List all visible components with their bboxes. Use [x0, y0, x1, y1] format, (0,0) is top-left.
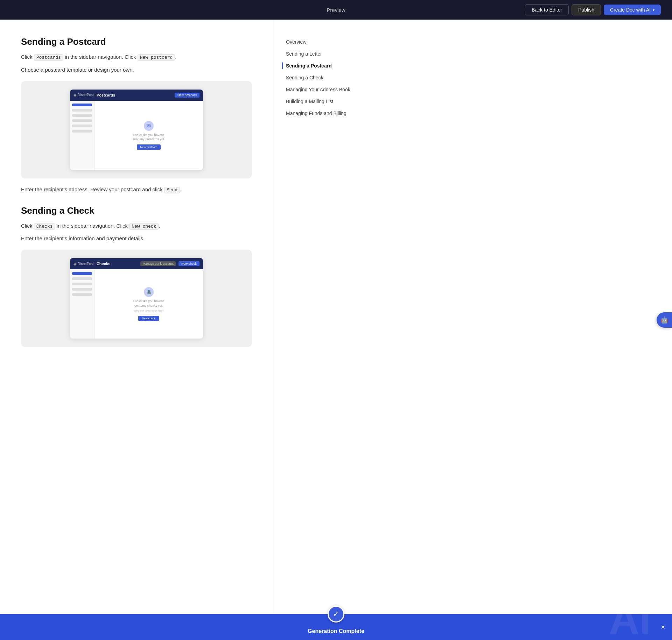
chevron-down-icon: ▾: [653, 8, 654, 12]
create-doc-button[interactable]: Create Doc with AI ▾: [604, 5, 661, 15]
mock-sidebar-item-1: [72, 109, 92, 112]
postcard-section: Sending a Postcard Click Postcards in th…: [21, 36, 252, 194]
toc-funds-label: Managing Funds and Billing: [286, 111, 346, 116]
check-p2: Enter the recipient's information and pa…: [21, 234, 252, 243]
new-check-badge: New check: [178, 261, 200, 266]
check-section-title: Sending a Check: [21, 205, 252, 216]
generation-banner: ✓ Generation Complete × AI: [0, 614, 672, 640]
toc-item-sending-letter[interactable]: Sending a Letter: [282, 48, 363, 59]
toc-mailing-label: Building a Mailing List: [286, 99, 333, 104]
mock-logo: ◉ DirectPost: [74, 93, 94, 97]
toc-item-managing-address[interactable]: Managing Your Address Book: [282, 84, 363, 95]
toc-letter-label: Sending a Letter: [286, 51, 322, 57]
postcard-empty-icon: ✉: [144, 121, 154, 131]
check-p1: Click Checks in the sidebar navigation. …: [21, 222, 252, 230]
publish-button[interactable]: Publish: [572, 4, 601, 15]
create-doc-label: Create Doc with AI: [610, 7, 651, 13]
new-postcard-code: New postcard: [138, 54, 175, 61]
check-mock-body: 🏦 Looks like you haven't sent any checks…: [70, 269, 203, 339]
postcards-topbar-title: Postcards: [97, 93, 115, 97]
postcard-app-mock: ◉ DirectPost Postcards New postcard: [70, 90, 203, 170]
manage-bank-badge: Manage bank account: [140, 261, 176, 266]
postcard-p1: Click Postcards in the sidebar navigatio…: [21, 53, 252, 62]
toc-item-building-mailing[interactable]: Building a Mailing List: [282, 96, 363, 107]
postcards-code: Postcards: [34, 54, 63, 61]
float-action-button[interactable]: 🤖: [657, 312, 672, 328]
mock-check-sidebar-1: [72, 277, 92, 280]
mock-check-sidebar-4: [72, 293, 92, 296]
toc-item-sending-check[interactable]: Sending a Check: [282, 72, 363, 83]
postcard-mock-main: ✉ Looks like you haven't sent any postca…: [94, 101, 203, 170]
toc-postcard-label: Sending a Postcard: [286, 63, 332, 69]
check-mock-cta: New check: [138, 316, 159, 321]
generation-title: Generation Complete: [308, 628, 364, 634]
mock-check-sidebar-2: [72, 283, 92, 285]
toc-address-label: Managing Your Address Book: [286, 87, 350, 92]
check-empty-sub: Why not write your first?: [133, 309, 164, 313]
mock-check-sidebar-active: [72, 272, 92, 275]
check-mock-main: 🏦 Looks like you haven't sent any checks…: [94, 269, 203, 339]
postcard-p3: Enter the recipient's address. Review yo…: [21, 185, 252, 194]
postcard-empty-text: Looks like you haven't sent any postcard…: [133, 133, 165, 142]
toc-item-sending-postcard[interactable]: Sending a Postcard: [282, 60, 363, 71]
mock-sidebar-item-3: [72, 119, 92, 122]
back-to-editor-button[interactable]: Back to Editor: [525, 4, 569, 15]
check-empty-icon: 🏦: [144, 287, 154, 297]
preview-label: Preview: [327, 7, 345, 13]
mock-sidebar-item-active: [72, 104, 92, 106]
send-code: Send: [164, 187, 180, 193]
check-section: Sending a Check Click Checks in the side…: [21, 205, 252, 347]
check-mock-sidebar: [70, 269, 94, 339]
toc-item-overview[interactable]: Overview: [282, 36, 363, 48]
postcard-mock-body: ✉ Looks like you haven't sent any postca…: [70, 101, 203, 170]
mock-sidebar-item-5: [72, 130, 92, 133]
toc-item-managing-funds[interactable]: Managing Funds and Billing: [282, 108, 363, 119]
check-app-mock: ◉ DirectPost Checks Manage bank account …: [70, 258, 203, 339]
check-screenshot: ◉ DirectPost Checks Manage bank account …: [21, 250, 252, 347]
toc-overview-label: Overview: [286, 39, 306, 45]
toc-sidebar: Overview Sending a Letter Sending a Post…: [273, 20, 371, 640]
mock-sidebar-item-4: [72, 125, 92, 127]
generation-check-icon: ✓: [328, 606, 344, 623]
new-check-code: New check: [129, 223, 159, 230]
check-empty-text: Looks like you haven't sent any checks y…: [133, 299, 164, 313]
postcard-p2: Choose a postcard template or design you…: [21, 66, 252, 74]
header: Preview Back to Editor Publish Create Do…: [0, 0, 672, 20]
mock-sidebar-item-2: [72, 114, 92, 117]
mock-logo-2: ◉ DirectPost: [74, 262, 94, 266]
check-mock-topbar: ◉ DirectPost Checks Manage bank account …: [70, 258, 203, 269]
mock-check-sidebar-3: [72, 288, 92, 291]
checks-topbar-title: Checks: [97, 262, 110, 266]
postcard-section-title: Sending a Postcard: [21, 36, 252, 47]
banner-close-button[interactable]: ×: [661, 623, 665, 631]
page-layout: Sending a Postcard Click Postcards in th…: [0, 20, 672, 640]
main-content: Sending a Postcard Click Postcards in th…: [0, 20, 273, 640]
postcard-mock-sidebar: [70, 101, 94, 170]
float-icon: 🤖: [660, 316, 668, 324]
toc-check-label: Sending a Check: [286, 75, 323, 80]
postcard-mock-topbar: ◉ DirectPost Postcards New postcard: [70, 90, 203, 101]
postcard-mock-cta: New postcard: [137, 144, 161, 150]
postcard-screenshot: ◉ DirectPost Postcards New postcard: [21, 81, 252, 178]
header-actions: Back to Editor Publish Create Doc with A…: [525, 4, 661, 15]
checks-code: Checks: [34, 223, 55, 230]
new-postcard-badge: New postcard: [175, 93, 200, 98]
